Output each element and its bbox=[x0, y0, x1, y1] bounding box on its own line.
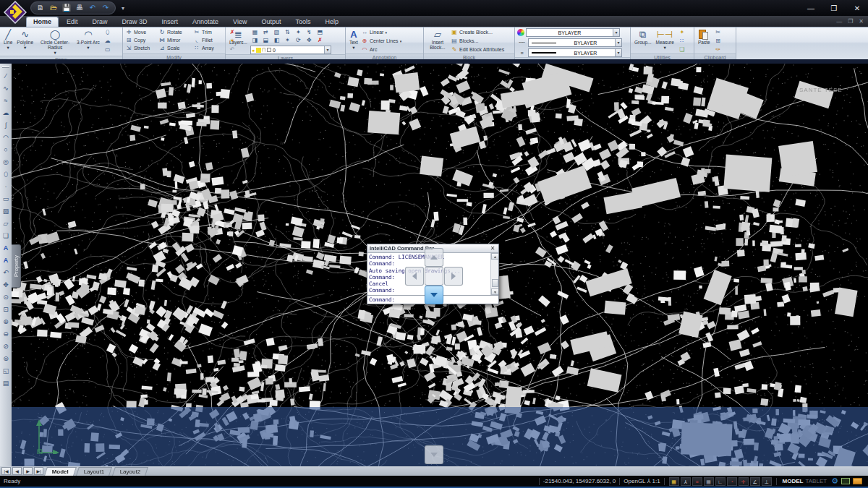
aerial-view-icon[interactable]: ◱ bbox=[1, 366, 11, 376]
restore-button[interactable]: ❒ bbox=[829, 4, 839, 12]
close-button[interactable]: ✕ bbox=[852, 4, 862, 12]
mdi-restore-button[interactable]: ❐ bbox=[848, 18, 853, 25]
lineweight-combo[interactable]: BYLAYER ▾ bbox=[528, 48, 622, 57]
minimize-button[interactable]: — bbox=[806, 4, 816, 12]
new-document-icon[interactable]: 🗎 bbox=[35, 3, 46, 13]
trim-button[interactable]: ✂Trim bbox=[193, 28, 224, 36]
command-scrollbar[interactable]: ▲ ▼ bbox=[490, 253, 498, 295]
zoom-realtime-icon[interactable]: ⊙ bbox=[1, 292, 11, 302]
layer-state-icon[interactable]: ✥ bbox=[305, 36, 314, 44]
paste-button[interactable]: Paste bbox=[697, 28, 712, 53]
line-icon[interactable]: ∕ bbox=[1, 71, 11, 81]
layout-tab-model[interactable]: Model bbox=[44, 467, 77, 476]
ellipse-icon[interactable]: ⬯ bbox=[1, 169, 11, 179]
revision-cloud-icon[interactable]: ☁ bbox=[103, 37, 113, 45]
coordinates-readout[interactable]: -21540.043, 154927.6032, 0 bbox=[543, 478, 616, 484]
move-button[interactable]: ✛Move bbox=[125, 28, 158, 36]
region-icon[interactable]: ▱ bbox=[1, 218, 11, 228]
angle-toggle[interactable]: ∠ bbox=[750, 477, 760, 486]
text-button[interactable]: A Text▾ bbox=[348, 28, 359, 53]
tab-output[interactable]: Output bbox=[255, 17, 287, 27]
layout-nav-2[interactable]: ▶ bbox=[23, 467, 33, 475]
rotate-button[interactable]: ↻Rotate bbox=[158, 28, 193, 36]
undo-icon[interactable]: ↶ bbox=[88, 3, 98, 13]
spline-icon[interactable]: ∫ bbox=[1, 120, 11, 130]
mdi-close-button[interactable]: ✕ bbox=[859, 18, 864, 25]
hatch-icon[interactable]: ▨ bbox=[1, 206, 11, 216]
quick-select-icon[interactable]: ✦ bbox=[677, 28, 687, 36]
layer-lock-icon[interactable]: ⨅ bbox=[262, 48, 265, 53]
tab-annotate[interactable]: Annotate bbox=[186, 17, 225, 27]
zoom-all-icon[interactable]: ⊘ bbox=[1, 341, 11, 351]
lineweight-toggle[interactable]: ≡ bbox=[692, 477, 702, 486]
command-bar-close-icon[interactable]: ✕ bbox=[489, 245, 496, 252]
arc-button[interactable]: ◠ 3-Point Arc▾ bbox=[75, 28, 101, 56]
copy-clip-icon[interactable]: ⊞ bbox=[713, 37, 723, 45]
layer-walk-icon[interactable]: ⬒ bbox=[315, 28, 325, 36]
layer-color-swatch[interactable] bbox=[267, 48, 271, 52]
linetype-combo[interactable]: BYLAYER ▾ bbox=[528, 38, 622, 47]
save-icon[interactable]: 💾 bbox=[61, 3, 72, 13]
copy-button[interactable]: ⊞Copy bbox=[125, 36, 158, 44]
layer-unlock-icon[interactable]: ⬓ bbox=[261, 36, 271, 44]
measure-button[interactable]: ⊢⊣ Measure▾ bbox=[654, 28, 675, 53]
display-icon[interactable] bbox=[841, 478, 850, 484]
annotation-scale-value[interactable]: 1:1 bbox=[652, 478, 660, 484]
revision-cloud-icon[interactable]: ☁ bbox=[1, 108, 11, 118]
center-lines-button[interactable]: ⊕ Center Lines▾ bbox=[361, 37, 401, 45]
layer-erase-icon[interactable]: ✗ bbox=[315, 36, 325, 44]
layer-iso-icon[interactable]: ◨ bbox=[250, 36, 260, 44]
line-button[interactable]: ╱ Line▾ bbox=[2, 28, 14, 56]
layout-nav-1[interactable]: ◀ bbox=[12, 467, 22, 475]
linetype-icon[interactable]: ╌╌ bbox=[517, 40, 527, 46]
insert-block-button[interactable]: ▱ Insert Block... bbox=[426, 28, 449, 53]
layer-bulb-icon[interactable]: ● bbox=[251, 48, 255, 53]
image-icon[interactable]: ❏ bbox=[1, 231, 11, 241]
mdi-minimize-button[interactable]: — bbox=[836, 18, 842, 25]
open-folder-icon[interactable]: 🗁 bbox=[48, 3, 59, 13]
array-button[interactable]: ∷Array bbox=[193, 44, 224, 52]
layer-lock-icon[interactable]: ▧ bbox=[272, 28, 281, 36]
model-space-toggle[interactable]: MODEL bbox=[783, 478, 804, 484]
plot-icon[interactable]: 🖶 bbox=[75, 3, 85, 13]
circle-button[interactable]: ◯ Circle Center-Radius▾ bbox=[36, 28, 74, 56]
quad-toggle[interactable]: ◔ bbox=[727, 477, 737, 486]
linetype-combo-arrow[interactable]: ▾ bbox=[615, 39, 621, 46]
layout-tab-layout2[interactable]: Layout2 bbox=[112, 467, 148, 476]
polar-toggle[interactable]: ⅄ bbox=[681, 477, 691, 486]
redo-icon[interactable]: ↷ bbox=[101, 3, 111, 13]
rectangle-icon[interactable]: ▭ bbox=[103, 46, 113, 53]
arc-icon[interactable]: ◠ bbox=[1, 132, 11, 142]
layer-on-icon[interactable]: ▦ bbox=[250, 28, 260, 36]
page-icon[interactable]: ❏ bbox=[677, 46, 687, 53]
stretch-button[interactable]: ⇲Stretch bbox=[125, 44, 158, 52]
rectangle-icon[interactable]: ▭ bbox=[1, 194, 11, 204]
tab-draw-3d[interactable]: Draw 3D bbox=[116, 17, 154, 27]
cut-icon[interactable]: ✂ bbox=[713, 28, 723, 36]
scroll-up-icon[interactable]: ▲ bbox=[491, 253, 498, 260]
format-painter-icon[interactable]: ✑ bbox=[713, 46, 723, 53]
lineweight-icon[interactable]: ≡ bbox=[517, 51, 527, 56]
layer-merge-icon[interactable]: ✶ bbox=[283, 36, 292, 44]
zoom-out-icon[interactable]: ⊖ bbox=[1, 329, 11, 339]
undo-view-icon[interactable]: ↶ bbox=[1, 267, 11, 278]
layer-freeze-icon[interactable] bbox=[256, 48, 261, 53]
layout-nav-3[interactable]: ▶| bbox=[34, 467, 43, 475]
zoom-extents-icon[interactable]: ⊚ bbox=[1, 354, 11, 364]
dock-guide-center[interactable] bbox=[425, 267, 443, 286]
donut-icon[interactable]: ◎ bbox=[1, 157, 11, 167]
fillet-button[interactable]: ◟Fillet bbox=[193, 36, 224, 44]
linear-dim-button[interactable]: ↔ Linear▾ bbox=[361, 28, 401, 36]
dock-guide-top[interactable] bbox=[425, 248, 443, 267]
color-wheel-icon[interactable] bbox=[517, 29, 524, 36]
layout-tab-layout1[interactable]: Layout1 bbox=[76, 467, 112, 476]
toolbar-grip[interactable] bbox=[2, 66, 9, 68]
tab-home[interactable]: Home bbox=[26, 17, 59, 27]
property-panel-tab[interactable]: Property bbox=[12, 244, 21, 288]
tab-tools[interactable]: Tools bbox=[289, 17, 318, 27]
color-combo-arrow[interactable]: ▾ bbox=[613, 29, 619, 36]
layer-del-icon[interactable]: ⟳ bbox=[294, 36, 303, 44]
layer-color-icon[interactable]: ⇅ bbox=[283, 28, 292, 36]
app-logo-icon[interactable] bbox=[4, 1, 27, 24]
lineweight-combo-arrow[interactable]: ▾ bbox=[615, 49, 621, 56]
